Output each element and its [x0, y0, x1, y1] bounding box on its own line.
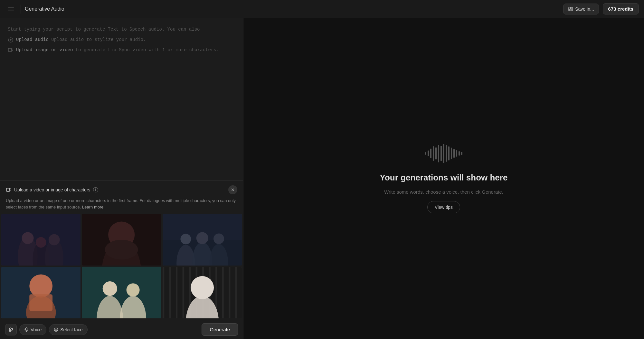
image-inner-5 — [82, 267, 161, 318]
svg-point-38 — [191, 276, 214, 299]
upload-characters-icon — [6, 187, 12, 193]
save-icon — [568, 6, 573, 12]
waveform-bar — [459, 151, 460, 156]
image-cell-4[interactable] — [1, 267, 80, 318]
upload-audio-text: Upload audio Upload audio to stylize you… — [16, 36, 146, 44]
waveform-bar — [428, 150, 429, 156]
main-layout: Start typing your script to generate Tex… — [0, 18, 644, 339]
image-cell-2[interactable] — [82, 214, 161, 266]
menu-button[interactable] — [5, 3, 17, 15]
header-divider — [21, 5, 21, 14]
svg-point-11 — [36, 237, 46, 248]
svg-point-24 — [213, 233, 224, 244]
waveform-bar — [433, 146, 434, 161]
right-panel: Your generations will show here Write so… — [243, 18, 644, 339]
learn-more-link[interactable]: Learn more — [82, 205, 103, 209]
waveform-bar — [430, 149, 431, 158]
generate-button[interactable]: Generate — [202, 323, 238, 336]
placeholder-line1: Start typing your script to generate Tex… — [8, 26, 235, 34]
svg-point-22 — [180, 234, 191, 245]
info-icon[interactable]: i — [93, 187, 98, 192]
svg-point-32 — [103, 281, 117, 296]
settings-icon — [8, 327, 14, 332]
image-cell-1[interactable] — [1, 214, 80, 266]
waveform-bar — [446, 145, 447, 162]
upload-video-text: Upload image or video to generate Lip Sy… — [16, 46, 219, 54]
svg-point-10 — [22, 232, 34, 244]
waveform-bar — [448, 146, 450, 160]
image-cell-3[interactable] — [163, 214, 242, 266]
waveform-bar — [440, 146, 442, 161]
svg-rect-2 — [569, 9, 572, 11]
svg-point-44 — [9, 330, 11, 332]
svg-point-42 — [10, 328, 11, 329]
header-actions: Save in... 673 credits — [563, 3, 639, 15]
image-inner-4 — [1, 267, 80, 318]
close-button[interactable]: ✕ — [228, 185, 237, 194]
svg-point-43 — [11, 329, 12, 330]
svg-point-47 — [54, 328, 58, 331]
image-inner-2 — [82, 214, 161, 266]
upload-description: Upload a video or an image of one or mor… — [0, 198, 243, 214]
svg-point-26 — [29, 275, 52, 298]
svg-rect-45 — [26, 328, 27, 330]
waveform-bar — [461, 152, 462, 155]
bottom-toolbar: Voice Select face Generate — [0, 320, 243, 339]
settings-button[interactable] — [5, 324, 17, 335]
svg-point-23 — [196, 232, 208, 244]
image-inner-6 — [163, 267, 242, 318]
microphone-icon — [24, 327, 29, 332]
waveform-bar — [438, 145, 439, 162]
generations-title: Your generations will show here — [380, 173, 508, 183]
page-title: Generative Audio — [25, 6, 64, 12]
waveform-bar — [451, 148, 452, 159]
image-cell-6[interactable] — [163, 267, 242, 318]
waveform-bar — [453, 149, 455, 158]
svg-rect-28 — [29, 294, 52, 311]
waveform-bar — [435, 147, 437, 160]
waveform-bar — [425, 152, 426, 155]
svg-rect-5 — [6, 188, 10, 191]
header: Generative Audio Save in... 673 credits — [0, 0, 644, 18]
svg-rect-4 — [8, 48, 12, 52]
image-cell-5[interactable] — [82, 267, 161, 318]
upload-audio-icon — [8, 37, 14, 43]
image-grid — [0, 214, 243, 320]
voice-button[interactable]: Voice — [19, 324, 46, 335]
svg-point-12 — [49, 234, 60, 246]
hamburger-icon — [8, 7, 14, 11]
waveform-visualization — [425, 144, 462, 163]
image-inner-3 — [163, 214, 242, 266]
generations-subtitle: Write some words, choose a voice, then c… — [384, 189, 503, 195]
upload-video-line: Upload image or video to generate Lip Sy… — [8, 46, 235, 54]
svg-point-48 — [55, 329, 56, 330]
upload-audio-line: Upload audio Upload audio to stylize you… — [8, 36, 235, 44]
credits-badge[interactable]: 673 credits — [603, 3, 639, 15]
select-face-button[interactable]: Select face — [49, 324, 87, 335]
save-button[interactable]: Save in... — [563, 4, 599, 15]
svg-point-49 — [57, 329, 57, 330]
svg-rect-1 — [570, 7, 572, 9]
image-inner-1 — [1, 214, 80, 266]
svg-point-16 — [105, 240, 138, 260]
upload-panel: Upload a video or image of characters i … — [0, 180, 243, 320]
face-icon — [54, 327, 58, 332]
view-tips-button[interactable]: View tips — [427, 201, 460, 213]
upload-panel-header: Upload a video or image of characters i … — [0, 181, 243, 198]
upload-video-icon — [8, 47, 14, 53]
waveform-bar — [443, 144, 444, 163]
left-panel: Start typing your script to generate Tex… — [0, 18, 243, 339]
waveform-bar — [456, 150, 457, 157]
upload-panel-title: Upload a video or image of characters i — [6, 187, 98, 193]
svg-point-33 — [127, 283, 140, 296]
